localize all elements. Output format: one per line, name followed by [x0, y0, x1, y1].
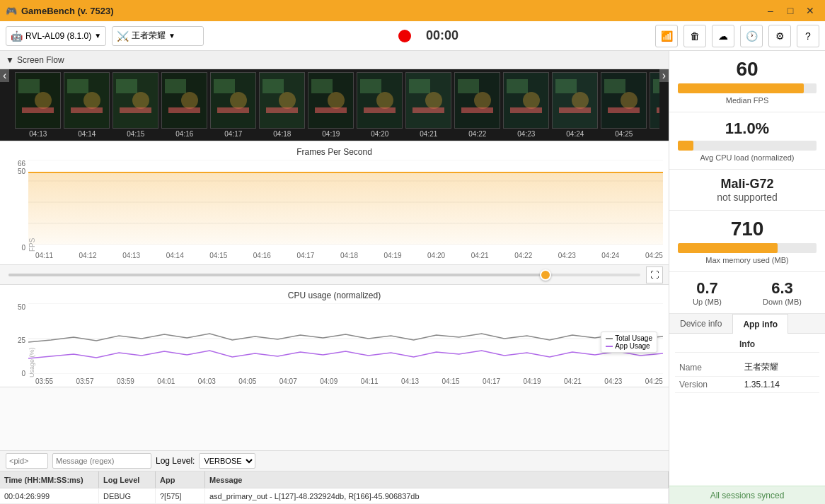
device-selector[interactable]: 🤖 RVL-AL09 (8.1.0) ▼	[6, 26, 106, 46]
delete-button[interactable]: 🗑	[683, 25, 706, 47]
app-selector[interactable]: ⚔️ 王者荣耀 ▼	[112, 26, 204, 46]
svg-marker-5	[28, 172, 663, 245]
info-section-label: Info	[675, 339, 819, 353]
cpu-xlabels: 03:5503:5703:5904:0104:0304:0504:0704:09…	[0, 377, 669, 385]
app-icon: ⚔️	[117, 30, 129, 42]
cpu-chart-canvas-wrap: 50 25 0 Usage (%)	[0, 303, 669, 377]
timeline-expand-button[interactable]: ⛶	[646, 266, 663, 283]
cpu-svg	[28, 303, 663, 374]
thumbnail-image	[405, 72, 451, 129]
thumbnail-item[interactable]: 04:23	[503, 72, 549, 138]
wifi-button[interactable]: 📶	[655, 25, 678, 47]
cpu-metric-value: 11.0%	[678, 119, 817, 138]
thumbnail-item[interactable]: 04:22	[454, 72, 500, 138]
cpu-metric-label: Avg CPU load (normalized)	[678, 153, 817, 162]
clock-button[interactable]: 🕐	[740, 25, 763, 47]
network-up-col: 0.7 Up (MB)	[693, 279, 722, 306]
network-down-col: 6.3 Down (MB)	[763, 279, 802, 306]
close-button[interactable]: ✕	[801, 4, 819, 18]
thumbnail-image	[210, 72, 256, 129]
charts-area: Frames Per Second 66 50 0 FPS	[0, 141, 669, 450]
cpu-chart-area: Usage (%)	[28, 303, 663, 377]
fps-axis-label: FPS	[28, 160, 36, 252]
android-icon: 🤖	[11, 30, 23, 42]
log-table-header: Time (HH:MM:SS:ms) Log Level App Message	[0, 471, 669, 488]
collapse-icon[interactable]: ▼	[6, 55, 14, 65]
cpu-chart: CPU usage (normalized) 50 25 0 Usage (%)	[0, 285, 669, 387]
upload-button[interactable]: ☁	[712, 25, 734, 47]
tab-device-info[interactable]: Device info	[669, 314, 732, 333]
memory-metric-bar-wrap	[678, 243, 817, 253]
timeline-thumb[interactable]	[540, 269, 551, 281]
thumbnail-item[interactable]: 04:16	[161, 72, 207, 138]
help-button[interactable]: ?	[797, 25, 819, 47]
right-panel: 60 Median FPS 11.0% Avg CPU load (normal…	[669, 51, 825, 504]
thumbnail-item[interactable]: 04:18	[259, 72, 305, 138]
settings-button[interactable]: ⚙	[768, 25, 791, 47]
pid-filter-input[interactable]	[6, 453, 48, 469]
thumbnail-item[interactable]: 04:26	[650, 72, 659, 138]
thumbnail-image	[259, 72, 305, 129]
thumbnail-item[interactable]: 04:19	[308, 72, 354, 138]
all-sessions-bar: All sessions synced	[669, 486, 825, 504]
fps-metric-card: 60 Median FPS	[669, 51, 825, 112]
fps-chart-title: Frames Per Second	[0, 147, 669, 157]
cpu-legend: Total Usage App Usage	[601, 332, 657, 353]
fps-chart-area: FPS	[28, 160, 663, 252]
thumbnail-image	[454, 72, 500, 129]
thumbnail-item[interactable]: 04:17	[210, 72, 256, 138]
timeline-track[interactable]	[8, 274, 640, 276]
scroll-right-button[interactable]: ›	[659, 69, 669, 82]
tab-content-area: Info Name 王者荣耀 Version 1.35.1.14	[669, 334, 825, 486]
thumbnail-image	[552, 72, 598, 129]
thumbnail-image	[15, 72, 61, 129]
memory-metric-card: 710 Max memory used (MB)	[669, 211, 825, 272]
log-cell-message: asd_primary_out - L[127]-48.232924db, R[…	[205, 488, 669, 503]
cpu-axis-label: Usage (%)	[28, 303, 35, 377]
gpu-name: Mali-G72	[678, 177, 817, 192]
info-name-label: Name	[675, 358, 740, 377]
main-layout: ▼ Screen Flow ‹ 04:1304:1404:1504:1604:1…	[0, 51, 825, 504]
log-area: Log Level: VERBOSE DEBUG INFO WARN ERROR…	[0, 450, 669, 504]
cpu-metric-card: 11.0% Avg CPU load (normalized)	[669, 112, 825, 170]
maximize-button[interactable]: □	[781, 4, 800, 18]
info-version-label: Version	[675, 377, 740, 393]
log-cell-time: 00:04:26:999	[0, 488, 99, 503]
thumbnail-image	[650, 72, 659, 129]
fps-metric-label: Median FPS	[678, 96, 817, 105]
left-panel: ▼ Screen Flow ‹ 04:1304:1404:1504:1604:1…	[0, 51, 669, 504]
gpu-status: not supported	[678, 192, 817, 203]
thumbnail-item[interactable]: 04:13	[15, 72, 61, 138]
message-filter-input[interactable]	[52, 453, 151, 469]
record-circle-icon	[398, 30, 411, 42]
log-level-select[interactable]: VERBOSE DEBUG INFO WARN ERROR	[199, 453, 255, 469]
thumbnail-item[interactable]: 04:25	[601, 72, 647, 138]
info-tabs: Device info App info	[669, 314, 825, 334]
scroll-left-button[interactable]: ‹	[0, 69, 9, 82]
info-row-version: Version 1.35.1.14	[675, 377, 819, 393]
fps-metric-bar-wrap	[678, 83, 817, 93]
gamebench-icon: 🎮	[6, 6, 17, 16]
tab-app-info[interactable]: App info	[732, 314, 788, 334]
thumbnail-image	[357, 72, 403, 129]
thumbnails-container[interactable]: 04:1304:1404:1504:1604:1704:1804:1904:20…	[9, 69, 659, 141]
timeline-scrubber: ⛶	[0, 265, 669, 285]
cpu-metric-bar-wrap	[678, 141, 817, 151]
minimize-button[interactable]: –	[761, 4, 780, 18]
memory-metric-value: 710	[678, 218, 817, 240]
app-info-table: Name 王者荣耀 Version 1.35.1.14	[675, 358, 819, 393]
log-level-label: Log Level:	[156, 456, 195, 466]
record-button[interactable]	[395, 26, 415, 46]
cpu-ylabel: 50 25 0	[0, 303, 28, 377]
timer-display: 00:00	[426, 28, 458, 43]
log-cell-app: ?[575]	[156, 488, 205, 503]
thumbnail-item[interactable]: 04:14	[64, 72, 110, 138]
thumbnail-item[interactable]: 04:15	[112, 72, 158, 138]
thumbnail-item[interactable]: 04:24	[552, 72, 598, 138]
network-down-value: 6.3	[763, 279, 802, 298]
thumbnail-item[interactable]: 04:21	[405, 72, 451, 138]
network-metric-card: 0.7 Up (MB) 6.3 Down (MB)	[669, 272, 825, 314]
thumbnail-item[interactable]: 04:20	[357, 72, 403, 138]
thumbnail-image	[64, 72, 110, 129]
thumbnail-image	[503, 72, 549, 129]
